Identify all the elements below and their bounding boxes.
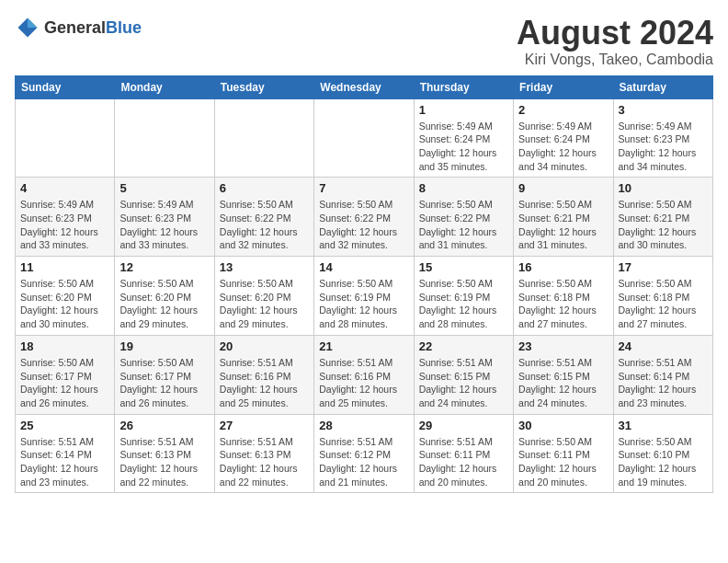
day-number: 3 <box>619 103 708 117</box>
day-info: Sunrise: 5:50 AM Sunset: 6:22 PM Dayligh… <box>419 198 508 252</box>
day-info: Sunrise: 5:51 AM Sunset: 6:14 PM Dayligh… <box>619 356 708 410</box>
empty-cell <box>214 98 313 178</box>
day-number: 25 <box>20 419 109 432</box>
day-cell-31: 31Sunrise: 5:50 AM Sunset: 6:10 PM Dayli… <box>613 414 712 493</box>
day-cell-2: 2Sunrise: 5:49 AM Sunset: 6:24 PM Daylig… <box>514 98 613 178</box>
week-row-5: 25Sunrise: 5:51 AM Sunset: 6:14 PM Dayli… <box>16 414 713 493</box>
weekday-header-tuesday: Tuesday <box>214 75 313 98</box>
day-number: 16 <box>518 260 608 274</box>
day-info: Sunrise: 5:51 AM Sunset: 6:16 PM Dayligh… <box>319 356 408 410</box>
day-cell-29: 29Sunrise: 5:51 AM Sunset: 6:11 PM Dayli… <box>414 414 513 493</box>
weekday-header-wednesday: Wednesday <box>314 75 414 98</box>
day-info: Sunrise: 5:51 AM Sunset: 6:14 PM Dayligh… <box>20 435 109 489</box>
day-info: Sunrise: 5:51 AM Sunset: 6:11 PM Dayligh… <box>419 435 508 489</box>
day-info: Sunrise: 5:50 AM Sunset: 6:20 PM Dayligh… <box>20 277 109 331</box>
day-cell-23: 23Sunrise: 5:51 AM Sunset: 6:15 PM Dayli… <box>514 335 613 414</box>
day-number: 8 <box>419 181 508 195</box>
day-cell-12: 12Sunrise: 5:50 AM Sunset: 6:20 PM Dayli… <box>115 257 214 336</box>
weekday-header-row: SundayMondayTuesdayWednesdayThursdayFrid… <box>16 75 713 98</box>
day-number: 1 <box>419 103 508 117</box>
day-info: Sunrise: 5:50 AM Sunset: 6:18 PM Dayligh… <box>619 277 708 331</box>
day-cell-28: 28Sunrise: 5:51 AM Sunset: 6:12 PM Dayli… <box>314 414 414 493</box>
day-number: 31 <box>619 419 708 432</box>
day-number: 27 <box>220 419 309 432</box>
day-cell-11: 11Sunrise: 5:50 AM Sunset: 6:20 PM Dayli… <box>16 257 115 336</box>
week-row-4: 18Sunrise: 5:50 AM Sunset: 6:17 PM Dayli… <box>16 335 713 414</box>
day-info: Sunrise: 5:50 AM Sunset: 6:19 PM Dayligh… <box>319 277 408 331</box>
weekday-header-thursday: Thursday <box>414 75 513 98</box>
day-number: 15 <box>419 260 508 274</box>
logo-icon <box>15 15 40 40</box>
empty-cell <box>16 98 115 178</box>
day-number: 13 <box>220 260 309 274</box>
empty-cell <box>314 98 414 178</box>
day-info: Sunrise: 5:51 AM Sunset: 6:13 PM Dayligh… <box>119 435 209 489</box>
day-cell-20: 20Sunrise: 5:51 AM Sunset: 6:16 PM Dayli… <box>214 335 313 414</box>
day-cell-15: 15Sunrise: 5:50 AM Sunset: 6:19 PM Dayli… <box>414 257 513 336</box>
day-number: 5 <box>119 181 209 195</box>
day-cell-4: 4Sunrise: 5:49 AM Sunset: 6:23 PM Daylig… <box>16 178 115 257</box>
day-info: Sunrise: 5:50 AM Sunset: 6:18 PM Dayligh… <box>518 277 608 331</box>
week-row-2: 4Sunrise: 5:49 AM Sunset: 6:23 PM Daylig… <box>16 178 713 257</box>
day-info: Sunrise: 5:50 AM Sunset: 6:22 PM Dayligh… <box>319 198 408 252</box>
day-cell-10: 10Sunrise: 5:50 AM Sunset: 6:21 PM Dayli… <box>613 178 712 257</box>
day-info: Sunrise: 5:51 AM Sunset: 6:16 PM Dayligh… <box>220 356 309 410</box>
day-number: 22 <box>419 339 508 353</box>
day-info: Sunrise: 5:50 AM Sunset: 6:19 PM Dayligh… <box>419 277 508 331</box>
day-number: 6 <box>220 181 309 195</box>
day-info: Sunrise: 5:49 AM Sunset: 6:23 PM Dayligh… <box>619 120 708 174</box>
day-number: 26 <box>119 419 209 432</box>
day-cell-6: 6Sunrise: 5:50 AM Sunset: 6:22 PM Daylig… <box>214 178 313 257</box>
day-number: 17 <box>619 260 708 274</box>
day-info: Sunrise: 5:50 AM Sunset: 6:21 PM Dayligh… <box>619 198 708 252</box>
day-cell-22: 22Sunrise: 5:51 AM Sunset: 6:15 PM Dayli… <box>414 335 513 414</box>
weekday-header-friday: Friday <box>514 75 613 98</box>
day-cell-13: 13Sunrise: 5:50 AM Sunset: 6:20 PM Dayli… <box>214 257 313 336</box>
day-number: 30 <box>518 419 608 432</box>
day-number: 10 <box>619 181 708 195</box>
day-number: 20 <box>220 339 309 353</box>
day-info: Sunrise: 5:49 AM Sunset: 6:23 PM Dayligh… <box>20 198 109 252</box>
day-info: Sunrise: 5:50 AM Sunset: 6:17 PM Dayligh… <box>119 356 209 410</box>
day-number: 23 <box>518 339 608 353</box>
day-cell-16: 16Sunrise: 5:50 AM Sunset: 6:18 PM Dayli… <box>514 257 613 336</box>
day-info: Sunrise: 5:49 AM Sunset: 6:24 PM Dayligh… <box>419 120 508 174</box>
day-info: Sunrise: 5:51 AM Sunset: 6:13 PM Dayligh… <box>220 435 309 489</box>
day-info: Sunrise: 5:50 AM Sunset: 6:21 PM Dayligh… <box>518 198 608 252</box>
day-cell-3: 3Sunrise: 5:49 AM Sunset: 6:23 PM Daylig… <box>613 98 712 178</box>
day-number: 2 <box>518 103 608 117</box>
day-cell-27: 27Sunrise: 5:51 AM Sunset: 6:13 PM Dayli… <box>214 414 313 493</box>
day-cell-5: 5Sunrise: 5:49 AM Sunset: 6:23 PM Daylig… <box>115 178 214 257</box>
location-subtitle: Kiri Vongs, Takeo, Cambodia <box>517 52 713 68</box>
weekday-header-sunday: Sunday <box>16 75 115 98</box>
day-cell-21: 21Sunrise: 5:51 AM Sunset: 6:16 PM Dayli… <box>314 335 414 414</box>
calendar-table: SundayMondayTuesdayWednesdayThursdayFrid… <box>15 75 713 494</box>
day-info: Sunrise: 5:50 AM Sunset: 6:20 PM Dayligh… <box>220 277 309 331</box>
day-number: 11 <box>20 260 109 274</box>
day-info: Sunrise: 5:50 AM Sunset: 6:17 PM Dayligh… <box>20 356 109 410</box>
day-number: 28 <box>319 419 408 432</box>
day-cell-7: 7Sunrise: 5:50 AM Sunset: 6:22 PM Daylig… <box>314 178 414 257</box>
day-number: 4 <box>20 181 109 195</box>
day-info: Sunrise: 5:51 AM Sunset: 6:15 PM Dayligh… <box>518 356 608 410</box>
weekday-header-saturday: Saturday <box>613 75 712 98</box>
day-number: 29 <box>419 419 508 432</box>
day-info: Sunrise: 5:50 AM Sunset: 6:20 PM Dayligh… <box>119 277 209 331</box>
svg-marker-1 <box>28 18 38 29</box>
day-cell-17: 17Sunrise: 5:50 AM Sunset: 6:18 PM Dayli… <box>613 257 712 336</box>
logo-general: GeneralBlue <box>44 18 142 38</box>
weekday-header-monday: Monday <box>115 75 214 98</box>
day-cell-14: 14Sunrise: 5:50 AM Sunset: 6:19 PM Dayli… <box>314 257 414 336</box>
day-info: Sunrise: 5:49 AM Sunset: 6:23 PM Dayligh… <box>119 198 209 252</box>
day-number: 19 <box>119 339 209 353</box>
day-number: 18 <box>20 339 109 353</box>
day-info: Sunrise: 5:50 AM Sunset: 6:10 PM Dayligh… <box>619 435 708 489</box>
empty-cell <box>115 98 214 178</box>
day-number: 9 <box>518 181 608 195</box>
title-section: August 2024 Kiri Vongs, Takeo, Cambodia <box>517 15 713 68</box>
day-info: Sunrise: 5:49 AM Sunset: 6:24 PM Dayligh… <box>518 120 608 174</box>
day-cell-25: 25Sunrise: 5:51 AM Sunset: 6:14 PM Dayli… <box>16 414 115 493</box>
day-info: Sunrise: 5:51 AM Sunset: 6:15 PM Dayligh… <box>419 356 508 410</box>
day-cell-26: 26Sunrise: 5:51 AM Sunset: 6:13 PM Dayli… <box>115 414 214 493</box>
day-cell-30: 30Sunrise: 5:50 AM Sunset: 6:11 PM Dayli… <box>514 414 613 493</box>
